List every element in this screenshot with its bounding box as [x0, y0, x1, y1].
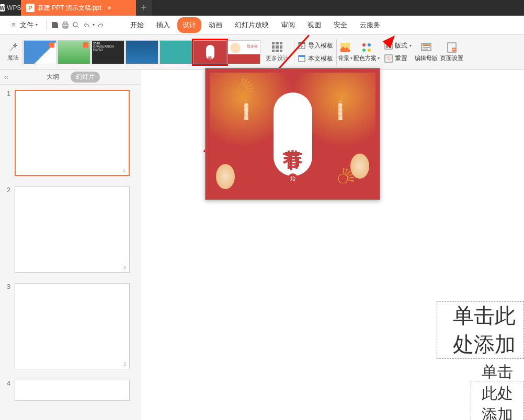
page-setup-icon [446, 42, 458, 53]
edit-master-button[interactable]: 编辑母版 [415, 42, 438, 62]
title-placeholder[interactable]: 单击此处添加 [437, 301, 524, 359]
tab-menu-icon[interactable]: ▫ [118, 4, 131, 11]
preview-badge: 始 [288, 173, 298, 184]
chevron-down-icon: ▾ [350, 56, 352, 61]
template-3[interactable]: 2018GRADUATIONREPLY [92, 40, 124, 64]
background-button[interactable]: 背景▾ [338, 42, 352, 62]
color-scheme-label: 配色方案 [354, 54, 377, 62]
tab-design[interactable]: 设计 [177, 17, 201, 33]
slide-page-label: 3 [123, 361, 126, 367]
slides-list[interactable]: 1 1 2 2 3 3 4 [0, 85, 141, 420]
reset-label: 重置 [395, 54, 407, 63]
magic-button[interactable]: 魔法 [5, 37, 21, 67]
separator [46, 20, 47, 30]
svg-rect-15 [385, 55, 392, 62]
template-4[interactable] [126, 40, 158, 64]
ppt-file-icon: P [26, 4, 35, 12]
slide-number: 1 [4, 90, 10, 176]
separator [336, 39, 337, 65]
outline-tab[interactable]: 大纲 [41, 72, 64, 83]
template-2[interactable] [58, 40, 90, 64]
undo-dropdown-icon[interactable]: ▾ [93, 22, 95, 27]
tab-slideshow[interactable]: 幻灯片放映 [230, 17, 274, 33]
slide-page-label: 2 [123, 265, 126, 270]
slide-entry-1[interactable]: 1 1 [4, 90, 136, 176]
tab-start[interactable]: 开始 [125, 17, 149, 33]
preview-left-text: 戴星先捧祝尧，镜里堪惊两鬓霜，好是灯前偷失笑，海天东不曲光云 [242, 100, 249, 112]
tab-security[interactable]: 安全 [328, 17, 352, 33]
file-menu[interactable]: ≡ 文件 ▾ [5, 18, 42, 32]
file-label: 文件 [20, 20, 33, 30]
redo-icon[interactable] [97, 21, 105, 29]
magic-wand-icon [8, 42, 18, 53]
slide-number: 3 [4, 283, 10, 369]
svg-point-9 [362, 49, 366, 52]
template-5[interactable] [160, 40, 192, 64]
print-icon[interactable] [61, 21, 70, 29]
save-icon[interactable] [51, 21, 59, 29]
collapse-panel-icon[interactable]: ‹‹ [4, 74, 8, 81]
slide-number: 2 [4, 186, 10, 273]
import-template-label: 导入模板 [308, 41, 333, 50]
page-setup-button[interactable]: 页面设置 [440, 42, 463, 62]
template-preview-popup: 戴星先捧祝尧，镜里堪惊两鬓霜，好是灯前偷失笑，海天东不曲光云 爆竹声中一岁除，春… [205, 68, 380, 200]
hamburger-icon: ≡ [9, 21, 18, 29]
svg-rect-5 [299, 55, 305, 57]
this-template-button[interactable]: 本文模板 [295, 53, 335, 64]
preview-title: 春节 [274, 92, 312, 176]
slide-entry-2[interactable]: 2 2 [4, 186, 136, 273]
template-7[interactable] [227, 40, 260, 64]
undo-icon[interactable] [82, 21, 90, 29]
subtitle-placeholder[interactable]: 单击此处添加副 [471, 381, 524, 420]
slide-entry-4[interactable]: 4 [4, 380, 136, 401]
edit-master-label: 编辑母版 [415, 54, 438, 62]
slide-canvas[interactable]: 单击此处添加 单击此处添加副 [403, 276, 524, 420]
template-6-selected[interactable]: 春节 [193, 40, 226, 64]
svg-point-7 [362, 43, 366, 46]
tab-animation[interactable]: 动画 [203, 17, 227, 33]
wps-logo[interactable]: W WPS [0, 4, 21, 11]
slide-thumbnail[interactable]: 2 [15, 186, 130, 273]
slide-thumbnail[interactable]: 3 [15, 283, 130, 369]
magic-label: 魔法 [7, 54, 19, 62]
doll-face-icon [230, 43, 241, 53]
layout-label: 版式 [395, 41, 407, 50]
svg-rect-17 [423, 44, 430, 46]
separator [381, 39, 381, 65]
svg-point-10 [368, 49, 371, 52]
template-1[interactable] [24, 40, 56, 64]
slides-tab[interactable]: 幻灯片 [71, 72, 100, 83]
color-scheme-button[interactable]: 配色方案▾ [354, 42, 380, 62]
wps-logo-icon: W [0, 4, 5, 11]
lantern-icon [350, 154, 369, 179]
tab-cloud[interactable]: 云服务 [355, 17, 385, 33]
tab-status-dot [108, 6, 111, 9]
slide-entry-3[interactable]: 3 3 [4, 283, 136, 369]
separator [439, 39, 439, 65]
new-tab-button[interactable]: + [136, 0, 152, 16]
grid-icon [272, 42, 282, 52]
svg-rect-1 [64, 22, 67, 24]
reset-icon [384, 54, 393, 63]
page-setup-label: 页面设置 [440, 54, 463, 62]
chevron-down-icon: ▾ [378, 56, 380, 61]
palette-icon [361, 42, 372, 53]
preview-right-text: 爆竹声中一岁除，春风送暖入屠苏，千门万户曈曈日，总把新桃换旧符 [336, 100, 343, 112]
slide-thumbnail[interactable] [15, 380, 130, 401]
app-name-label: WPS [7, 4, 21, 11]
slide-thumbnail[interactable]: 1 [15, 90, 130, 176]
chevron-down-icon: ▾ [409, 43, 412, 48]
separator [22, 39, 22, 65]
tab-view[interactable]: 视图 [302, 17, 326, 33]
tab-review[interactable]: 审阅 [276, 17, 300, 33]
tab-insert[interactable]: 插入 [151, 17, 175, 33]
reset-button[interactable]: 重置 [382, 53, 414, 64]
print-preview-icon[interactable] [72, 21, 80, 29]
template-6-label: 春节 [206, 45, 214, 60]
master-icon [420, 42, 432, 53]
slide-panel: ‹‹ 大纲 幻灯片 1 1 2 2 3 3 4 [0, 70, 141, 420]
template-gallery: 2018GRADUATIONREPLY 春节 更多设计 [24, 40, 293, 64]
svg-point-8 [368, 43, 371, 46]
chevron-down-icon: ▾ [36, 22, 38, 27]
document-tab[interactable]: P 新建 PPT 演示文稿.ppt ▫ [21, 0, 136, 16]
